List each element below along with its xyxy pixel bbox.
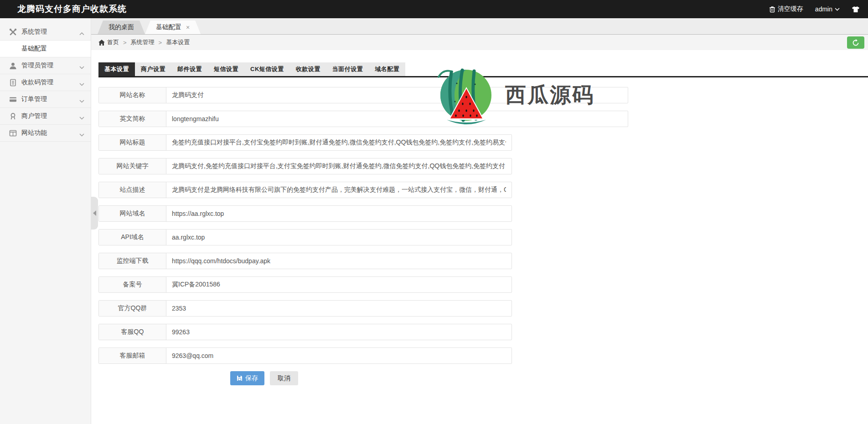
field-label: 网站域名 [99,206,166,221]
sidebar-subitem-basic-config[interactable]: 基础配置 [0,41,91,57]
sidebar-item-admins[interactable]: 管理员管理 [0,57,91,74]
wrench-icon [9,28,17,36]
form-row: API域名 [98,229,512,245]
clear-cache-button[interactable]: 清空缓存 [769,5,803,13]
save-icon [237,375,243,381]
settings-tab-sms[interactable]: 短信设置 [208,62,244,76]
sidebar-item-qrcodes[interactable]: 收款码管理 [0,74,91,91]
field-label: 网站标题 [99,135,166,150]
main-area: 我的桌面 基础配置 × 首页 > 系统管理 > 基本设置 [91,18,868,424]
english-abbr-input[interactable] [166,111,628,127]
clear-cache-label: 清空缓存 [778,5,803,13]
breadcrumb-separator: > [159,39,162,46]
field-label: 网站关键字 [99,158,166,174]
merchant-icon [9,112,17,120]
field-label: 英文简称 [99,111,166,127]
tab-basic-config[interactable]: 基础配置 × [145,20,201,34]
chevron-down-icon [79,80,84,87]
breadcrumb-section[interactable]: 系统管理 [131,38,155,46]
breadcrumb-page[interactable]: 基本设置 [166,38,190,46]
breadcrumb-home[interactable]: 首页 [98,38,119,46]
chevron-down-icon [79,114,84,121]
breadcrumb: 首页 > 系统管理 > 基本设置 [91,35,868,50]
sidebar-item-label: 管理员管理 [21,61,53,70]
user-icon [9,62,17,70]
chevron-down-icon [79,97,84,104]
settings-tab-ck-sms[interactable]: CK短信设置 [244,62,290,76]
sidebar-collapse-handle[interactable] [91,197,98,230]
close-icon[interactable]: × [186,24,190,31]
user-menu[interactable]: admin [815,5,840,13]
sidebar: 系统管理 基础配置 管理员管理 收款码管理 [0,18,91,424]
username: admin [815,5,832,13]
chevron-down-icon [79,131,84,138]
site-domain-input[interactable] [166,206,512,221]
settings-tab-bar: 基本设置 商户设置 邮件设置 短信设置 CK短信设置 收款设置 当面付设置 域名… [98,62,868,77]
site-keywords-input[interactable] [166,158,512,174]
form-row: 站点描述 [98,182,512,198]
sidebar-item-label: 商户管理 [21,112,47,120]
form-row: 英文简称 [98,111,628,127]
topbar: 龙腾码支付多商户收款系统 清空缓存 admin [0,0,868,18]
trash-icon [769,6,775,13]
monitor-download-input[interactable] [166,253,512,269]
field-label: 网站名称 [99,87,166,103]
site-description-input[interactable] [166,182,512,198]
sidebar-subitem-label: 基础配置 [21,45,47,53]
tshirt-icon [852,6,860,13]
form-row: 官方QQ群 [98,300,512,317]
theme-skin-button[interactable] [852,6,860,13]
field-label: 备案号 [99,277,166,292]
browser-icon [9,129,17,137]
settings-tab-f2f-pay[interactable]: 当面付设置 [326,62,369,76]
app-title: 龙腾码支付多商户收款系统 [0,3,127,15]
settings-tab-collection[interactable]: 收款设置 [290,62,326,76]
sidebar-item-system[interactable]: 系统管理 [0,24,91,41]
api-domain-input[interactable] [166,230,512,245]
settings-tab-mail[interactable]: 邮件设置 [171,62,208,76]
sidebar-item-site-features[interactable]: 网站功能 [0,125,91,142]
content-panel: 基本设置 商户设置 邮件设置 短信设置 CK短信设置 收款设置 当面付设置 域名… [91,62,868,424]
sidebar-item-merchants[interactable]: 商户管理 [0,108,91,125]
home-icon [98,40,105,46]
chevron-left-icon [93,210,96,216]
form-row: 监控端下载 [98,253,512,269]
credit-card-icon [9,96,17,103]
form-row: 网站标题 [98,134,512,151]
tab-label: 我的桌面 [108,23,134,31]
site-name-input[interactable] [166,87,628,103]
qrcode-doc-icon [9,79,17,87]
service-email-input[interactable] [166,348,512,363]
tab-label: 基础配置 [156,23,181,31]
sidebar-item-label: 订单管理 [21,95,47,103]
sidebar-item-orders[interactable]: 订单管理 [0,91,91,108]
settings-tab-domain[interactable]: 域名配置 [369,62,405,76]
field-label: 监控端下载 [99,253,166,269]
sidebar-item-label: 收款码管理 [21,78,53,87]
save-button[interactable]: 保存 [230,371,264,385]
window-tab-bar: 我的桌面 基础配置 × [91,18,868,35]
form-row: 网站域名 [98,205,512,222]
form-row: 客服邮箱 [98,347,512,364]
cancel-button[interactable]: 取消 [270,371,298,385]
icp-number-input[interactable] [166,277,512,292]
form-row: 备案号 [98,276,512,293]
field-label: API域名 [99,230,166,245]
refresh-icon [852,39,859,46]
form-row: 网站关键字 [98,158,512,174]
official-qq-group-input[interactable] [166,301,512,316]
tab-my-desktop[interactable]: 我的桌面 [98,20,145,34]
settings-tab-merchant[interactable]: 商户设置 [135,62,171,76]
chevron-down-icon [79,63,84,71]
service-qq-input[interactable] [166,324,512,340]
settings-tab-basic[interactable]: 基本设置 [98,62,135,76]
sidebar-item-label: 系统管理 [21,28,47,36]
field-label: 官方QQ群 [99,301,166,316]
site-title-input[interactable] [166,135,512,150]
breadcrumb-separator: > [123,39,127,46]
form-row: 客服QQ [98,324,512,340]
refresh-button[interactable] [847,36,864,49]
basic-settings-form: 网站名称 英文简称 网站标题 网站关键字 站点描述 [98,87,868,385]
field-label: 客服邮箱 [99,348,166,363]
sidebar-item-label: 网站功能 [21,129,47,137]
